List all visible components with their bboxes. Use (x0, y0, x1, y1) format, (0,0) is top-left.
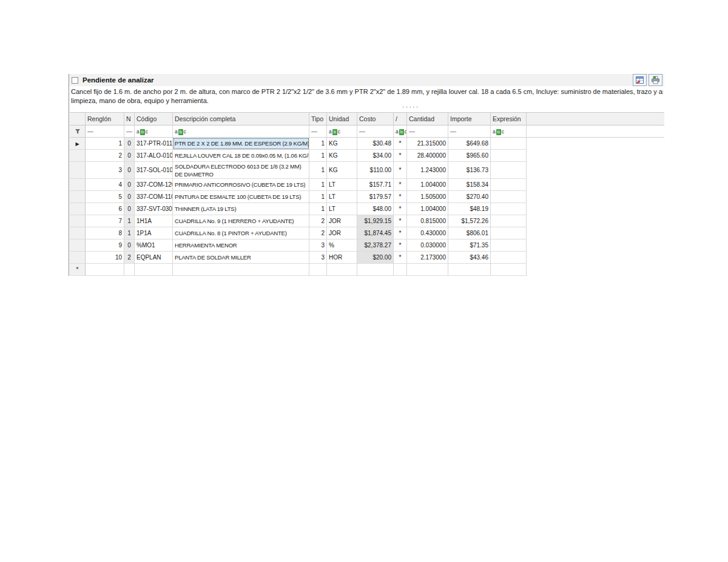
row-indicator-cell[interactable] (70, 150, 86, 162)
cell-unidad[interactable]: LT (327, 179, 357, 191)
cell-expresion[interactable] (491, 252, 527, 264)
cell-tipo[interactable]: 3 (309, 252, 327, 264)
cell-renglon[interactable]: 6 (86, 203, 124, 215)
cell-tipo[interactable]: 1 (309, 203, 327, 215)
cell-cantidad[interactable]: 1.505000 (407, 191, 448, 203)
cell-op[interactable]: * (394, 239, 407, 252)
cell-renglon[interactable]: 5 (86, 191, 124, 203)
cell-unidad[interactable]: LT (327, 203, 357, 215)
new-cell-tipo[interactable] (309, 264, 327, 276)
cell-n[interactable]: 0 (124, 179, 135, 191)
new-cell-codigo[interactable] (135, 264, 173, 276)
col-header-op[interactable]: / (394, 112, 407, 125)
cell-n[interactable]: 0 (124, 150, 135, 162)
cell-tipo[interactable]: 1 (309, 162, 327, 179)
cell-codigo[interactable]: 317-SOL-0101 (135, 162, 173, 179)
new-row-indicator-cell[interactable]: * (70, 264, 86, 276)
cell-cantidad[interactable]: 0.030000 (407, 239, 448, 252)
cell-descripcion[interactable]: THINNER (LATA 19 LTS) (173, 203, 309, 215)
cell-tipo[interactable]: 2 (309, 227, 327, 239)
cell-renglon[interactable]: 2 (86, 150, 124, 162)
cell-renglon[interactable]: 10 (86, 252, 124, 264)
cell-unidad[interactable]: HOR (327, 252, 357, 264)
cell-expresion[interactable] (491, 227, 527, 239)
cell-renglon[interactable]: 8 (86, 227, 124, 239)
cell-expresion[interactable] (491, 138, 527, 150)
cell-renglon[interactable]: 9 (86, 239, 124, 252)
cell-op[interactable]: * (394, 162, 407, 179)
filter-cell-descripcion[interactable]: abc (173, 125, 309, 138)
filter-cell-unidad[interactable]: abc (327, 125, 357, 138)
cell-codigo[interactable]: 1H1A (135, 215, 173, 227)
row-indicator-cell[interactable] (70, 191, 86, 203)
col-header-renglon[interactable]: Renglón (86, 112, 124, 125)
cell-costo[interactable]: $110.00 (357, 162, 394, 179)
cell-op[interactable]: * (394, 215, 407, 227)
new-cell-costo[interactable] (357, 264, 394, 276)
cell-codigo[interactable]: 1P1A (135, 227, 173, 239)
row-indicator-cell[interactable] (70, 239, 86, 252)
cell-cantidad[interactable]: 1.243000 (407, 162, 448, 179)
cell-importe[interactable]: $136.73 (448, 162, 491, 179)
cell-costo[interactable]: $20.00 (357, 252, 394, 264)
cell-costo[interactable]: $30.48 (357, 138, 394, 150)
col-header-tipo[interactable]: Tipo (309, 112, 327, 125)
column-drag-dots[interactable]: ····· (402, 104, 419, 110)
cell-descripcion[interactable]: PLANTA DE SOLDAR MILLER (173, 252, 309, 264)
row-indicator-cell[interactable] (70, 252, 86, 264)
filter-cell-renglon[interactable]: — (86, 125, 124, 138)
filter-cell-tipo[interactable]: — (309, 125, 327, 138)
cell-renglon[interactable]: 7 (86, 215, 124, 227)
cell-n[interactable]: 0 (124, 239, 135, 252)
cell-unidad[interactable]: KG (327, 150, 357, 162)
cell-unidad[interactable]: KG (327, 138, 357, 150)
cell-codigo[interactable]: %MO1 (135, 239, 173, 252)
cell-expresion[interactable] (491, 150, 527, 162)
cell-importe[interactable]: $43.46 (448, 252, 491, 264)
cell-op[interactable]: * (394, 138, 407, 150)
new-cell-cantidad[interactable] (407, 264, 448, 276)
col-header-cantidad[interactable]: Cantidad (407, 112, 448, 125)
cell-importe[interactable]: $71.35 (448, 239, 491, 252)
cell-op[interactable]: * (394, 150, 407, 162)
filter-cell-op[interactable]: abc (394, 125, 407, 138)
pending-analysis-checkbox[interactable] (72, 77, 78, 84)
cell-codigo[interactable]: EQPLAN (135, 252, 173, 264)
new-cell-expresion[interactable] (491, 264, 527, 276)
cell-unidad[interactable]: % (327, 239, 357, 252)
row-indicator-cell[interactable] (70, 227, 86, 239)
cell-codigo[interactable]: 337-COM-1102 (135, 191, 173, 203)
cell-op[interactable]: * (394, 179, 407, 191)
cell-descripcion[interactable]: CUADRILLA No. 9 (1 HERRERO + AYUDANTE) (173, 215, 309, 227)
cell-importe[interactable]: $48.19 (448, 203, 491, 215)
cell-n[interactable]: 0 (124, 138, 135, 150)
cell-costo[interactable]: $179.57 (357, 191, 394, 203)
cell-expresion[interactable] (491, 162, 527, 179)
cell-codigo[interactable]: 317-ALO-0101 (135, 150, 173, 162)
cell-importe[interactable]: $158.34 (448, 179, 491, 191)
cell-n[interactable]: 0 (124, 191, 135, 203)
cell-descripcion[interactable]: CUADRILLA No. 8 (1 PINTOR + AYUDANTE) (173, 227, 309, 239)
cell-importe[interactable]: $965.60 (448, 150, 491, 162)
filter-cell-costo[interactable]: — (357, 125, 394, 138)
cell-renglon[interactable]: 3 (86, 162, 124, 179)
row-indicator-cell[interactable] (70, 162, 86, 179)
col-header-codigo[interactable]: Código (135, 112, 173, 125)
cell-renglon[interactable]: 1 (86, 138, 124, 150)
new-cell-renglon[interactable] (86, 264, 124, 276)
cell-codigo[interactable]: 317-PTR-0111 (135, 138, 173, 150)
filter-cell-n[interactable]: — (124, 125, 135, 138)
filter-cell-expresion[interactable]: abc (491, 125, 527, 138)
cell-n[interactable]: 1 (124, 215, 135, 227)
cell-tipo[interactable]: 1 (309, 150, 327, 162)
cell-tipo[interactable]: 3 (309, 239, 327, 252)
cell-op[interactable]: * (394, 227, 407, 239)
cell-costo[interactable]: $1,874.45 (357, 227, 394, 239)
cell-importe[interactable]: $806.01 (448, 227, 491, 239)
new-cell-n[interactable] (124, 264, 135, 276)
cell-importe[interactable]: $1,572.26 (448, 215, 491, 227)
col-header-importe[interactable]: Importe (448, 112, 491, 125)
cell-tipo[interactable]: 1 (309, 191, 327, 203)
row-indicator-cell[interactable] (70, 215, 86, 227)
new-cell-importe[interactable] (448, 264, 491, 276)
